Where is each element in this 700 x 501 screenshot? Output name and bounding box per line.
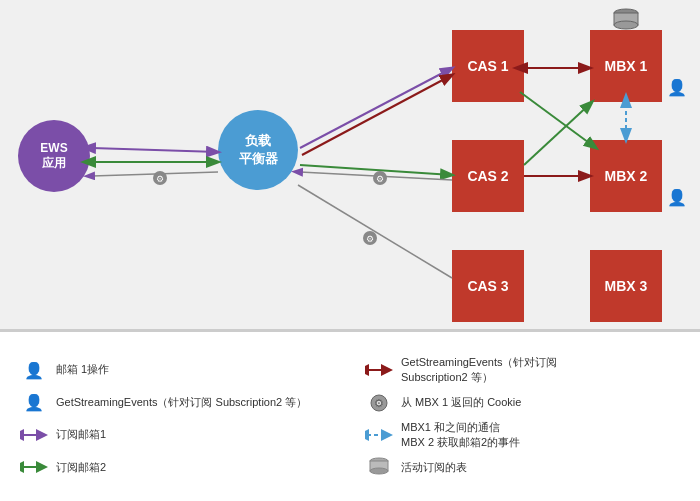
ews-application: EWS应用 xyxy=(18,120,90,192)
user-mbx2-icon: 👤 xyxy=(667,188,687,207)
lb-cas3-arrow xyxy=(298,185,452,278)
load-balancer: 负载平衡器 xyxy=(218,110,298,190)
legend-cookie: ⚙ 从 MBX 1 返回的 Cookie xyxy=(365,392,680,414)
legend-get-streaming-label: GetStreamingEvents（针对订阅Subscription2 等） xyxy=(401,355,558,386)
gear3-icon xyxy=(363,231,377,245)
legend-arrow-purple-icon xyxy=(20,428,48,442)
legend-subscribe-mbx2: 订阅邮箱2 xyxy=(20,456,335,478)
mbx1-box: MBX 1 xyxy=(590,30,662,102)
legend-area: 👤 邮箱 1操作 GetStrea xyxy=(0,330,700,501)
legend-mbx1-comm: MBX1 和之间的通信MBX 2 获取邮箱2的事件 xyxy=(365,420,680,451)
cas1-label: CAS 1 xyxy=(467,58,508,74)
legend-mailbox1-op: 👤 邮箱 1操作 xyxy=(20,355,335,386)
diagram-area: EWS应用 负载平衡器 CAS 1 CAS 2 CAS 3 MBX 1 MBX … xyxy=(0,0,700,330)
lb-cas1-purple-arrow xyxy=(300,68,452,148)
legend-arrow-darkred-icon xyxy=(365,363,393,377)
legend-subscribe-mbx1: 订阅邮箱1 xyxy=(20,420,335,451)
cas2-lb-gray-arrow xyxy=(300,172,452,180)
svg-text:⚙: ⚙ xyxy=(374,397,384,409)
svg-text:⚙: ⚙ xyxy=(156,174,164,184)
svg-text:⚙: ⚙ xyxy=(376,174,384,184)
cas1-mbx2-green-arrow xyxy=(520,92,596,148)
cas2-label: CAS 2 xyxy=(467,168,508,184)
mbx1-label: MBX 1 xyxy=(605,58,648,74)
cas1-lb-darkred-arrow xyxy=(302,75,452,155)
legend-cylinder-gray-icon xyxy=(365,456,393,478)
lb-label: 负载平衡器 xyxy=(239,132,278,168)
legend-grid: 👤 邮箱 1操作 GetStrea xyxy=(20,355,680,479)
legend-arrow-dashed-blue-icon xyxy=(365,428,393,442)
gear1-icon xyxy=(153,171,167,185)
mbx2-box: MBX 2 xyxy=(590,140,662,212)
legend-gear-gray-icon: ⚙ xyxy=(365,392,393,414)
legend-mailbox1-op-label: 邮箱 1操作 xyxy=(56,362,109,377)
cas2-mbx1-green-arrow xyxy=(524,102,592,165)
legend-subscribe-mbx1-label: 订阅邮箱1 xyxy=(56,427,106,442)
cas1-box: CAS 1 xyxy=(452,30,524,102)
ews-lb-gray-arrow xyxy=(92,172,218,176)
mbx3-box: MBX 3 xyxy=(590,250,662,322)
legend-arrow-green-icon xyxy=(20,460,48,474)
legend-subscribe-mbx2-label: 订阅邮箱2 xyxy=(56,460,106,475)
svg-point-15 xyxy=(370,468,388,474)
mbx2-label: MBX 2 xyxy=(605,168,648,184)
database-cylinder xyxy=(612,8,640,30)
legend-user-purple-icon: 👤 xyxy=(20,361,48,380)
svg-point-2 xyxy=(614,21,638,29)
legend-get-streaming: GetStreamingEvents（针对订阅Subscription2 等） xyxy=(365,355,680,386)
svg-text:⚙: ⚙ xyxy=(366,234,374,244)
legend-user-green-icon: 👤 xyxy=(20,393,48,412)
ews-lb-purple-arrow xyxy=(92,148,218,152)
user-mbx1-icon: 👤 xyxy=(667,78,687,97)
legend-mailbox2-onsend-label: GetStreamingEvents（针对订阅 Subscription2 等） xyxy=(56,395,307,410)
legend-cookie-label: 从 MBX 1 返回的 Cookie xyxy=(401,395,521,410)
legend-mbx1-comm-label: MBX1 和之间的通信MBX 2 获取邮箱2的事件 xyxy=(401,420,520,451)
cas3-label: CAS 3 xyxy=(467,278,508,294)
cas3-box: CAS 3 xyxy=(452,250,524,322)
legend-mailbox2-onsend: 👤 GetStreamingEvents（针对订阅 Subscription2 … xyxy=(20,392,335,414)
lb-cas2-green-arrow xyxy=(300,165,452,175)
legend-active-subscription-label: 活动订阅的表 xyxy=(401,460,467,475)
legend-active-subscription: 活动订阅的表 xyxy=(365,456,680,478)
gear2-icon xyxy=(373,171,387,185)
cas2-box: CAS 2 xyxy=(452,140,524,212)
ews-label: EWS应用 xyxy=(40,141,67,172)
mbx3-label: MBX 3 xyxy=(605,278,648,294)
